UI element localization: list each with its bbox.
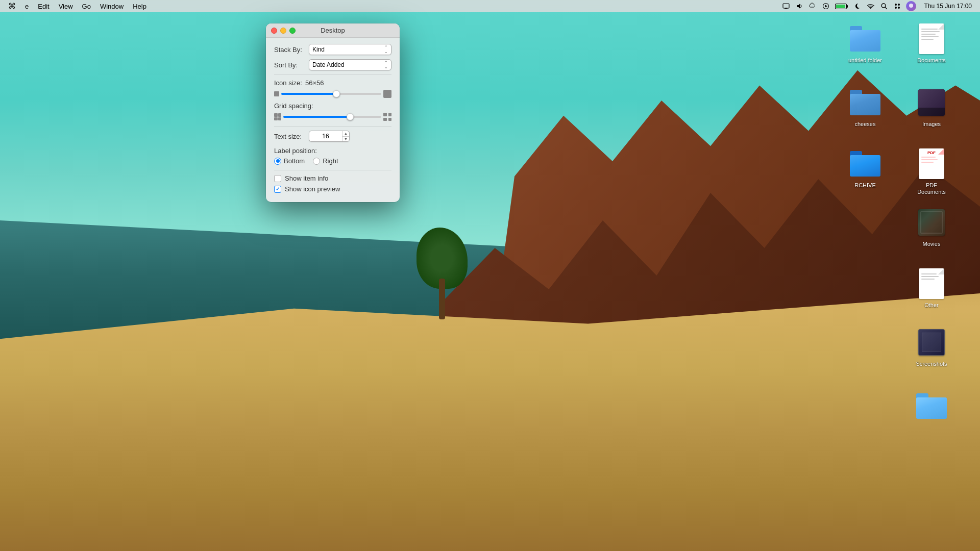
sort-by-select[interactable]: Date Added ⌃⌄ (309, 59, 391, 70)
desktop-icon-folder-bottom[interactable] (911, 388, 952, 427)
svg-rect-5 (847, 5, 848, 8)
untitled-folder-label: untitled folder (848, 57, 882, 64)
grid-spacing-slider[interactable] (283, 116, 381, 118)
svg-point-6 (870, 8, 871, 9)
radio-right[interactable]: Right (313, 157, 338, 165)
menu-go[interactable]: Go (78, 2, 95, 11)
desktop-icon-untitled-folder[interactable]: untitled folder (845, 20, 886, 66)
desktop-icon-screenshots[interactable]: Screenshots (911, 324, 952, 369)
stepper-down-button[interactable]: ▼ (342, 137, 349, 142)
cheeses-label: cheeses (855, 121, 876, 128)
radio-bottom-circle[interactable] (274, 158, 281, 165)
moon-icon[interactable] (853, 2, 862, 11)
desktop-icon-documents[interactable]: Documents (911, 20, 952, 66)
volume-icon[interactable] (795, 2, 804, 11)
icon-size-large-icon (383, 90, 391, 98)
folder-icon-untitled (850, 26, 880, 52)
menu-view[interactable]: View (55, 2, 77, 11)
sort-by-row: Sort By: Date Added ⌃⌄ (274, 59, 391, 70)
close-button[interactable] (271, 28, 277, 34)
stepper-up-button[interactable]: ▲ (342, 131, 349, 137)
desktop-icon-movies[interactable]: Movies (911, 204, 952, 249)
text-size-row: Text size: 16 ▲ ▼ (274, 131, 391, 142)
other-doc-icon (919, 268, 944, 299)
movies-label: Movies (923, 241, 941, 247)
screen-mirroring-icon[interactable] (781, 2, 791, 11)
menu-finder[interactable]: e (21, 2, 33, 11)
pdf-doc-icon: PDF (919, 148, 944, 179)
svg-point-11 (895, 7, 897, 9)
sort-by-arrow: ⌃⌄ (384, 60, 388, 69)
text-size-label: Text size: (274, 133, 305, 140)
menu-help[interactable]: Help (129, 2, 151, 11)
show-item-info-checkbox[interactable] (274, 175, 281, 182)
grid-spacing-slider-thumb[interactable] (347, 113, 354, 120)
label-position-radio-group: Bottom Right (274, 157, 391, 165)
desktop-settings-dialog: Desktop Stack By: Kind ⌃⌄ Sort By: Date … (266, 23, 400, 202)
other-label: Other (924, 302, 939, 309)
maximize-button[interactable] (289, 28, 296, 34)
desktop-icon-rchive[interactable]: RCHIVE (845, 145, 886, 191)
control-center-icon[interactable] (893, 2, 902, 11)
svg-point-10 (898, 4, 900, 6)
search-icon[interactable] (879, 2, 889, 11)
sort-by-value: Date Added (312, 61, 345, 68)
rchive-label: RCHIVE (854, 182, 876, 189)
menu-edit[interactable]: Edit (34, 2, 53, 11)
menubar-right: Thu 15 Jun 17:00 (781, 1, 976, 11)
divider-2 (274, 126, 391, 127)
sort-by-label: Sort By: (274, 61, 305, 69)
icon-size-slider-thumb[interactable] (333, 90, 340, 97)
apple-menu[interactable]: ⌘ (4, 1, 20, 12)
show-icon-preview-row: ✓ Show icon preview (274, 185, 391, 193)
screenshots-thumbnail (918, 329, 945, 356)
pdf-documents-label: PDF Documents (913, 182, 950, 195)
grid-wide-icon (383, 113, 391, 121)
show-icon-preview-checkbox[interactable]: ✓ (274, 186, 281, 193)
wifi-icon[interactable] (866, 2, 875, 11)
menubar: ⌘ e Edit View Go Window Help (0, 0, 980, 12)
menu-window[interactable]: Window (96, 2, 128, 11)
svg-rect-0 (783, 4, 789, 8)
desktop-icon-pdf[interactable]: PDF PDF Documents (911, 145, 952, 197)
tree (411, 228, 473, 319)
label-position-row: Label position: Bottom Right (274, 146, 391, 165)
show-item-info-row: Show item info (274, 174, 391, 182)
svg-rect-4 (836, 5, 845, 8)
text-size-value: 16 (309, 133, 342, 140)
label-position-label: Label position: (274, 147, 317, 155)
menubar-left: ⌘ e Edit View Go Window Help (4, 1, 151, 12)
images-thumbnail (918, 89, 945, 116)
show-item-info-label: Show item info (285, 174, 328, 182)
battery-icon[interactable] (835, 2, 849, 11)
creative-cloud-icon[interactable] (808, 2, 817, 11)
documents-doc-icon (919, 23, 944, 54)
desktop-icon-images[interactable]: Images (911, 84, 952, 130)
svg-point-12 (898, 7, 900, 9)
traffic-lights (271, 28, 296, 34)
screenshots-label: Screenshots (916, 361, 947, 367)
stack-by-label: Stack By: (274, 46, 305, 54)
user-avatar-icon[interactable] (906, 1, 916, 11)
icon-size-small-icon (274, 91, 279, 96)
minimize-button[interactable] (280, 28, 286, 34)
datetime: Thu 15 Jun 17:00 (920, 2, 976, 11)
stepper-arrows: ▲ ▼ (342, 131, 349, 141)
stack-by-row: Stack By: Kind ⌃⌄ (274, 44, 391, 55)
radio-right-label: Right (323, 157, 338, 165)
icon-size-slider[interactable] (281, 93, 381, 95)
checkmark-icon: ✓ (276, 187, 280, 192)
desktop-background (0, 0, 980, 551)
show-icon-preview-label: Show icon preview (285, 185, 340, 193)
images-label: Images (922, 121, 941, 128)
icon-size-row: Icon size: 56×56 (274, 79, 391, 87)
stack-by-select[interactable]: Kind ⌃⌄ (309, 44, 391, 55)
desktop-icon-cheeses[interactable]: cheeses (845, 84, 886, 130)
dialog-content: Stack By: Kind ⌃⌄ Sort By: Date Added ⌃⌄… (266, 38, 400, 202)
radio-right-circle[interactable] (313, 158, 320, 165)
text-size-stepper[interactable]: 16 ▲ ▼ (309, 131, 350, 142)
dialog-title: Desktop (321, 27, 345, 34)
play-icon[interactable] (821, 2, 830, 11)
radio-bottom[interactable]: Bottom (274, 157, 305, 165)
desktop-icon-other[interactable]: Other (911, 265, 952, 311)
